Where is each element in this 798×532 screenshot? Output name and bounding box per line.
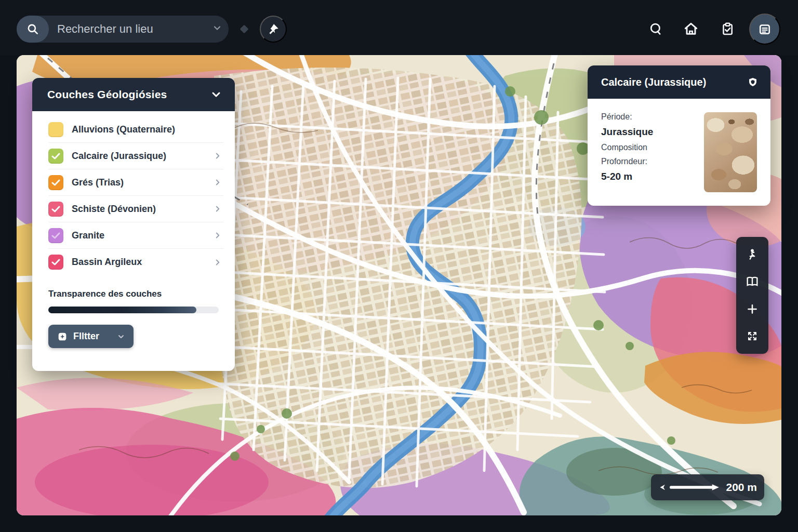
- info-card-body: Période: Jurassique Composition Profornd…: [588, 99, 770, 192]
- search-bar[interactable]: [17, 16, 229, 43]
- chevron-down-icon: [117, 332, 125, 341]
- layers-panel-header[interactable]: Couches Géologiósies: [32, 78, 235, 111]
- transparency-slider-fill: [48, 307, 196, 313]
- chevron-right-icon[interactable]: [213, 178, 222, 187]
- chevron-right-icon[interactable]: [213, 204, 222, 214]
- search-input[interactable]: [49, 22, 212, 36]
- layer-checkbox[interactable]: [48, 122, 63, 137]
- layer-info-card: Calcaire (Jurassique) Période: Jurassiqu…: [588, 65, 770, 206]
- chevron-down-icon[interactable]: [212, 23, 222, 35]
- info-field-value: 5-20 m: [601, 171, 704, 182]
- fullscreen-button[interactable]: [740, 325, 765, 348]
- layer-row-granite[interactable]: Granite: [48, 222, 223, 249]
- layer-row-gres[interactable]: Grés (Trias): [48, 169, 223, 196]
- info-card-header: Calcaire (Jurassique): [588, 65, 770, 99]
- layer-row-alluvions[interactable]: Alluvions (Quaternaire): [48, 116, 223, 143]
- layer-label: Bassin Argileux: [72, 257, 213, 268]
- rock-sample-photo: [704, 112, 757, 192]
- layer-label: Grés (Trias): [72, 177, 213, 188]
- pegman-icon: [746, 248, 759, 261]
- magnifier-icon: [26, 22, 39, 36]
- chevron-right-icon[interactable]: [213, 151, 222, 161]
- scale-bar: 200 m: [651, 474, 764, 500]
- check-icon: [51, 153, 60, 159]
- layers-panel-title: Couches Géologiósies: [47, 88, 167, 101]
- pin-tool-button[interactable]: [260, 16, 287, 43]
- zoom-in-button[interactable]: [740, 298, 765, 321]
- layer-row-bassin[interactable]: Bassin Argileux: [48, 249, 223, 275]
- messages-button[interactable]: [643, 17, 668, 42]
- diamond-separator: [240, 25, 249, 34]
- topbar: [0, 0, 798, 55]
- layer-checkbox[interactable]: [48, 228, 63, 243]
- layer-checkbox[interactable]: [48, 255, 63, 270]
- user-panel-icon: [757, 21, 773, 37]
- layer-row-schiste[interactable]: Schiste (Dévonien): [48, 196, 223, 222]
- layer-checkbox[interactable]: [48, 175, 63, 190]
- filter-button[interactable]: Flltter: [48, 325, 134, 348]
- home-icon: [683, 21, 699, 37]
- map-book-button[interactable]: [740, 270, 765, 293]
- filter-button-label: Flltter: [73, 331, 112, 342]
- info-field-label: Proforndeur:: [601, 157, 704, 166]
- layer-row-calcaire[interactable]: Calcaire (Jurassique): [48, 143, 223, 169]
- layer-label: Alluvions (Quaternaire): [72, 124, 223, 135]
- chevron-right-icon[interactable]: [213, 258, 222, 267]
- zoom-in-icon: [746, 302, 759, 316]
- transparency-label: Transparence des couches: [48, 289, 235, 299]
- layer-checkbox[interactable]: [48, 202, 63, 217]
- account-button[interactable]: [749, 14, 780, 45]
- filter-icon: [57, 331, 68, 342]
- info-field-label: Période:: [601, 112, 704, 122]
- comment-icon: [648, 21, 663, 37]
- scale-label: 200 m: [726, 481, 757, 494]
- search-icon-chip[interactable]: [17, 16, 49, 43]
- home-button[interactable]: [679, 17, 703, 42]
- info-field-label: Composition: [601, 143, 704, 152]
- check-icon: [51, 259, 60, 265]
- check-icon: [51, 206, 60, 212]
- map-book-icon: [745, 274, 760, 289]
- pushpin-icon: [267, 22, 280, 36]
- layer-label: Granite: [72, 230, 213, 241]
- shield-icon[interactable]: [747, 76, 759, 88]
- layer-checkbox[interactable]: [48, 149, 63, 164]
- check-icon: [51, 179, 60, 186]
- clipboard-check-icon: [720, 21, 735, 37]
- layer-label: Schiste (Dévonien): [72, 204, 213, 215]
- chevron-down-icon[interactable]: [210, 88, 222, 101]
- info-card-title: Calcaire (Jurassique): [601, 76, 706, 88]
- transparency-slider[interactable]: [48, 307, 219, 313]
- check-icon: [51, 232, 60, 239]
- fullscreen-icon: [746, 330, 759, 342]
- layer-list: Alluvions (Quaternaire) Calcaire (Jurass…: [32, 111, 235, 275]
- info-field-value: Jurassique: [601, 126, 704, 138]
- map-toolbar: [736, 237, 768, 354]
- pegman-button[interactable]: [740, 243, 765, 266]
- layer-label: Calcaire (Jurassique): [72, 151, 213, 162]
- layers-panel: Couches Géologiósies Alluvions (Quaterna…: [32, 78, 235, 371]
- scale-ruler-line: [669, 484, 720, 491]
- scale-arrow-icon: [658, 482, 669, 493]
- chevron-right-icon[interactable]: [213, 231, 222, 240]
- tasks-button[interactable]: [715, 17, 740, 42]
